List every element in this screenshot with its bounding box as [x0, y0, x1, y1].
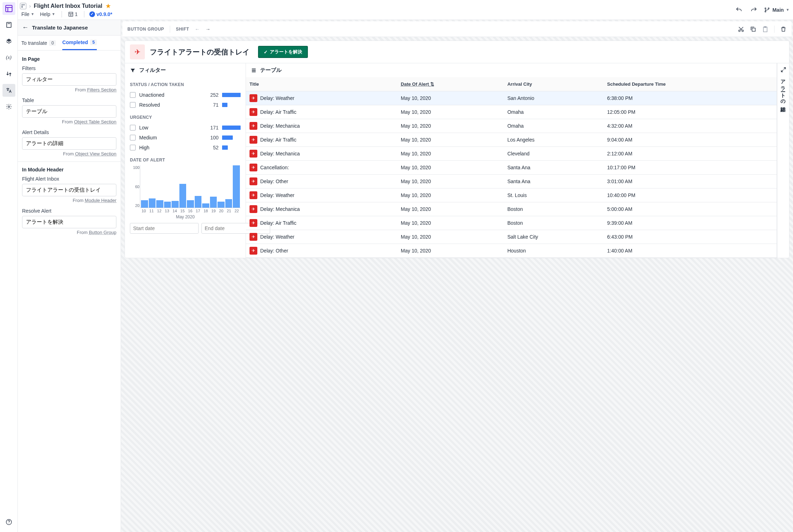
col-city[interactable]: Arrival City [504, 77, 603, 91]
layout-count[interactable]: 1 [67, 11, 79, 18]
rail-translate-icon[interactable] [2, 84, 15, 97]
tab-completed[interactable]: Completed 5 [62, 36, 97, 50]
paste-icon[interactable] [762, 26, 768, 32]
table-row[interactable]: ✈Delay: Weather May 10, 2020 San Antonio… [246, 91, 777, 105]
table-row[interactable]: ✈Delay: Other May 10, 2020 Houston 1:40:… [246, 244, 777, 258]
filter-row[interactable]: Unactioned 252 [125, 90, 246, 100]
source-link[interactable]: Filters Section [87, 87, 116, 92]
source-link[interactable]: Object Table Section [74, 119, 116, 124]
row-title: Cancellation: [260, 165, 289, 170]
rail-transfer-icon[interactable] [2, 68, 15, 80]
row-city: Los Angeles [504, 133, 603, 147]
translation-input-alert-details[interactable] [22, 137, 116, 150]
col-title[interactable]: Title [246, 77, 397, 91]
undo-icon[interactable] [734, 5, 744, 15]
table-row[interactable]: ✈Delay: Mechanica May 10, 2020 Cleveland… [246, 147, 777, 161]
histogram-bar[interactable] [149, 198, 156, 208]
row-departure: 3:01:00 AM [604, 175, 777, 188]
branch-selector[interactable]: Main▼ [764, 7, 789, 13]
expand-icon[interactable] [781, 67, 786, 73]
checkbox[interactable] [130, 145, 136, 150]
rail-help-icon[interactable] [2, 516, 15, 528]
copy-icon[interactable] [750, 26, 756, 32]
favorite-star-icon[interactable]: ★ [105, 2, 111, 10]
shift-right-icon[interactable]: → [205, 26, 210, 32]
cut-icon[interactable] [738, 26, 744, 32]
histogram-bar[interactable] [225, 199, 232, 208]
source-link[interactable]: Button Group [89, 230, 116, 235]
histogram-bar[interactable] [156, 200, 163, 208]
delete-icon[interactable] [780, 26, 787, 32]
rail-settings-icon[interactable] [2, 100, 15, 113]
version-badge[interactable]: ✓ v0.9.0* [89, 11, 112, 17]
plane-icon: ✈ [250, 136, 257, 144]
canvas: BUTTON GROUP SHIFT ← → ✈ [121, 20, 793, 532]
source-link[interactable]: Module Header [85, 198, 116, 203]
filter-label: Medium [139, 135, 202, 140]
table-row[interactable]: ✈Delay: Other May 10, 2020 Santa Ana 3:0… [246, 175, 777, 188]
shift-label: SHIFT [176, 27, 189, 32]
table-row[interactable]: ✈Delay: Air Traffic May 10, 2020 Boston … [246, 216, 777, 230]
table-row[interactable]: ✈Cancellation: May 10, 2020 Santa Ana 10… [246, 161, 777, 175]
histogram-bar[interactable] [217, 202, 225, 208]
translation-input-table[interactable] [22, 105, 116, 118]
start-date-input[interactable] [130, 223, 199, 234]
section-in-module: In Module Header [22, 167, 116, 172]
app-icon[interactable] [20, 3, 26, 9]
translation-input-filters[interactable] [22, 73, 116, 86]
row-city: St. Louis [504, 188, 603, 202]
row-city: Salt Lake City [504, 230, 603, 244]
translation-input-inbox[interactable] [22, 184, 116, 196]
histogram-bar[interactable] [195, 196, 202, 208]
checkbox[interactable] [130, 92, 136, 98]
back-arrow-icon[interactable]: ← [22, 24, 28, 31]
filter-row[interactable]: High 52 [125, 143, 246, 153]
rail-variables-icon[interactable]: (x) [2, 51, 15, 64]
field-label: Table [22, 97, 116, 103]
col-departure[interactable]: Scheduled Departure Time [604, 77, 777, 91]
rail-page-icon[interactable] [2, 18, 15, 31]
checkbox[interactable] [130, 135, 136, 140]
histogram-bar[interactable] [233, 165, 240, 208]
table-row[interactable]: ✈Delay: Weather May 10, 2020 St. Louis 1… [246, 188, 777, 202]
filter-row[interactable]: Low 171 [125, 123, 246, 133]
histogram-bar[interactable] [172, 201, 179, 208]
rail-layers-icon[interactable] [2, 35, 15, 48]
translation-input-resolve[interactable] [22, 216, 116, 228]
histogram-bar[interactable] [202, 203, 209, 208]
tab-to-translate[interactable]: To translate 0 [21, 36, 56, 50]
row-city: San Antonio [504, 91, 603, 105]
col-date[interactable]: Date Of Alert ⇅ [397, 77, 504, 91]
shift-left-icon[interactable]: ← [195, 26, 200, 32]
table-row[interactable]: ✈Delay: Air Traffic May 10, 2020 Los Ang… [246, 133, 777, 147]
table-row[interactable]: ✈Delay: Mechanica May 10, 2020 Omaha 4:3… [246, 119, 777, 133]
histogram-bar[interactable] [164, 202, 171, 208]
menu-file[interactable]: File▼ [20, 11, 36, 18]
table-row[interactable]: ✈Delay: Weather May 10, 2020 Salt Lake C… [246, 230, 777, 244]
table-row[interactable]: ✈Delay: Air Traffic May 10, 2020 Omaha 1… [246, 105, 777, 119]
histogram-bar[interactable] [187, 200, 194, 208]
histogram-bar[interactable] [179, 184, 187, 208]
menu-help[interactable]: Help▼ [38, 11, 57, 18]
rail-layout-icon[interactable] [2, 2, 15, 15]
breadcrumb-title[interactable]: Flight Alert Inbox Tutorial [34, 3, 103, 9]
filter-row[interactable]: Medium 100 [125, 133, 246, 143]
source-link[interactable]: Object View Section [75, 151, 116, 156]
row-departure: 6:43:00 PM [604, 230, 777, 244]
resolve-alert-button[interactable]: ✓ アラートを解決 [258, 46, 308, 58]
date-histogram[interactable]: 1006020 [140, 165, 241, 208]
filter-row[interactable]: Resolved 71 [125, 100, 246, 110]
svg-point-8 [9, 523, 9, 524]
checkbox[interactable] [130, 125, 136, 131]
filter-count: 252 [206, 92, 219, 98]
selection-breadcrumb[interactable]: BUTTON GROUP [127, 27, 164, 32]
from-source: From Module Header [22, 198, 116, 203]
plane-icon: ✈ [250, 205, 257, 213]
table-row[interactable]: ✈Delay: Mechanica May 10, 2020 Boston 5:… [246, 202, 777, 216]
redo-icon[interactable] [749, 5, 759, 15]
histogram-bar[interactable] [141, 200, 148, 208]
detail-rail-title[interactable]: アラートの詳細 [780, 76, 787, 104]
histogram-bar[interactable] [210, 197, 217, 208]
row-departure: 4:32:00 AM [604, 119, 777, 133]
checkbox[interactable] [130, 102, 136, 108]
